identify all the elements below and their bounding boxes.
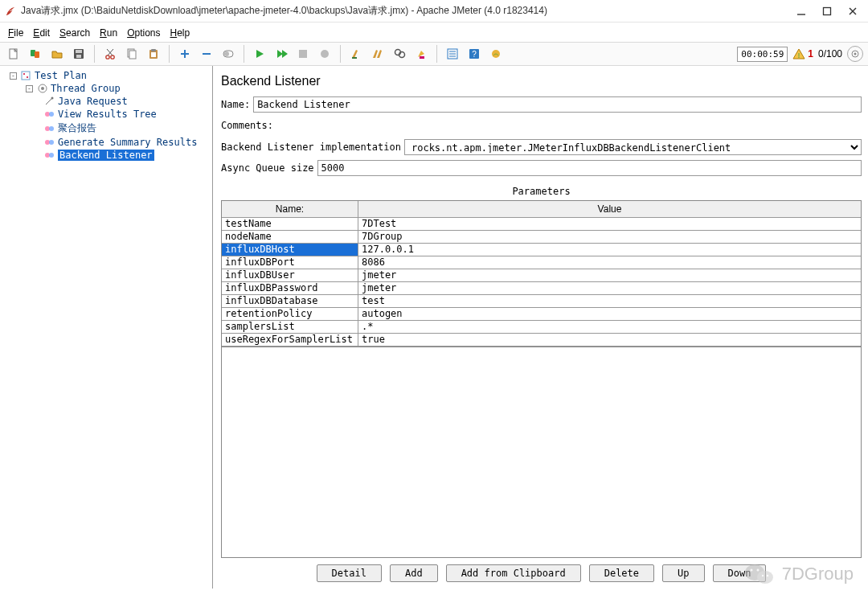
cell-value[interactable]: jmeter xyxy=(358,269,861,281)
menu-file[interactable]: File xyxy=(5,26,27,40)
paste-icon[interactable] xyxy=(145,45,162,63)
table-row[interactable]: influxDBUserjmeter xyxy=(222,269,861,282)
minimize-icon[interactable] xyxy=(796,6,807,17)
cell-name[interactable]: nodeName xyxy=(222,231,358,243)
svg-rect-10 xyxy=(76,55,81,58)
function-helper-icon[interactable] xyxy=(444,45,461,63)
cell-name[interactable]: influxDBUser xyxy=(222,269,358,281)
svg-point-60 xyxy=(757,571,773,584)
help-icon[interactable]: ? xyxy=(465,45,483,63)
detail-button[interactable]: Detail xyxy=(317,564,382,582)
svg-rect-7 xyxy=(35,51,39,58)
cell-value[interactable]: 7DGroup xyxy=(358,231,861,243)
table-empty-area[interactable] xyxy=(221,347,862,558)
toggle-icon[interactable]: - xyxy=(26,85,33,92)
tree-node-backend-listener[interactable]: Backend Listener xyxy=(2,149,211,162)
remote-icon[interactable] xyxy=(487,45,505,63)
comments-input[interactable] xyxy=(276,117,862,133)
cell-value[interactable]: true xyxy=(358,334,861,346)
add-button[interactable]: Add xyxy=(390,564,438,582)
cell-name[interactable]: influxDBHost xyxy=(222,244,358,256)
open-icon[interactable] xyxy=(48,45,66,63)
table-row[interactable]: influxDBPasswordjmeter xyxy=(222,282,861,295)
table-row[interactable]: influxDBHost127.0.0.1 xyxy=(222,244,861,256)
queue-label: Async Queue size xyxy=(221,162,314,174)
toggle-icon[interactable]: - xyxy=(10,72,17,80)
tree-node-thread-group[interactable]: - Thread Group xyxy=(2,82,211,95)
cell-name[interactable]: influxDBDatabase xyxy=(222,295,358,307)
add-from-clipboard-button[interactable]: Add from Clipboard xyxy=(446,564,581,582)
templates-icon[interactable] xyxy=(27,45,44,63)
stop-icon[interactable] xyxy=(294,45,312,63)
wechat-icon xyxy=(743,561,776,587)
cell-value[interactable]: jmeter xyxy=(358,282,861,294)
table-row[interactable]: retentionPolicyautogen xyxy=(222,308,861,321)
watermark-text: 7DGroup xyxy=(782,564,854,585)
svg-marker-25 xyxy=(256,50,264,58)
cut-icon[interactable] xyxy=(101,45,119,63)
svg-rect-1 xyxy=(824,7,831,14)
reset-search-icon[interactable] xyxy=(412,45,430,63)
cell-name[interactable]: samplersList xyxy=(222,321,358,333)
implementation-select[interactable]: rocks.nt.apm.jmeter.JMeterInfluxDBBacken… xyxy=(404,139,862,155)
search-icon[interactable] xyxy=(391,45,408,63)
toolbar: ? 00:00:59 ! 1 0/100 xyxy=(0,42,868,66)
cell-value[interactable]: test xyxy=(358,295,861,307)
cell-name[interactable]: retentionPolicy xyxy=(222,308,358,320)
listener-icon xyxy=(44,109,55,119)
cell-value[interactable]: 7DTest xyxy=(358,218,861,230)
warning-icon[interactable]: ! 1 xyxy=(792,48,813,59)
delete-button[interactable]: Delete xyxy=(589,564,654,582)
menu-options[interactable]: Options xyxy=(124,26,163,40)
cell-value[interactable]: 127.0.0.1 xyxy=(358,244,861,256)
cell-value[interactable]: .* xyxy=(358,321,861,333)
toggle-icon[interactable] xyxy=(219,45,237,63)
tree-node-generate-summary-results[interactable]: Generate Summary Results xyxy=(2,136,211,149)
menu-help[interactable]: Help xyxy=(167,26,194,40)
menu-edit[interactable]: Edit xyxy=(30,26,53,40)
new-file-icon[interactable] xyxy=(5,45,23,63)
col-value: Value xyxy=(358,201,861,218)
clear-icon[interactable] xyxy=(347,45,365,63)
cell-name[interactable]: testName xyxy=(222,218,358,230)
save-icon[interactable] xyxy=(70,45,88,63)
expand-icon[interactable] xyxy=(176,45,194,63)
comments-label: Comments: xyxy=(221,120,273,131)
name-input[interactable] xyxy=(253,96,862,113)
menu-search[interactable]: Search xyxy=(56,26,93,40)
clear-all-icon[interactable] xyxy=(369,45,387,63)
copy-icon[interactable] xyxy=(123,45,141,63)
menu-run[interactable]: Run xyxy=(96,26,121,40)
up-button[interactable]: Up xyxy=(662,564,704,582)
cell-name[interactable]: useRegexForSamplerList xyxy=(222,334,358,346)
table-row[interactable]: influxDBPort8086 xyxy=(222,256,861,269)
cell-value[interactable]: autogen xyxy=(358,308,861,320)
tree-node-view-results-tree[interactable]: View Results Tree xyxy=(2,108,211,121)
cell-name[interactable]: influxDBPort xyxy=(222,256,358,269)
close-icon[interactable] xyxy=(847,6,858,17)
table-row[interactable]: samplersList.* xyxy=(222,321,861,334)
shutdown-icon[interactable] xyxy=(316,45,334,63)
queue-input[interactable] xyxy=(317,160,862,176)
table-row[interactable]: testName7DTest xyxy=(222,218,861,231)
svg-rect-9 xyxy=(76,50,82,53)
maximize-icon[interactable] xyxy=(821,6,833,17)
tree-node-java-request[interactable]: Java Request xyxy=(2,95,211,108)
gear-icon[interactable] xyxy=(847,46,863,62)
parameters-table[interactable]: Name: Value testName7DTestnodeName7DGrou… xyxy=(221,200,862,347)
table-row[interactable]: useRegexForSamplerListtrue xyxy=(222,334,861,347)
window-title: Java请求.jmx (D:\BaiduNetdiskDownload\jmet… xyxy=(21,4,796,18)
cell-name[interactable]: influxDBPassword xyxy=(222,282,358,294)
start-no-pause-icon[interactable] xyxy=(272,45,290,63)
svg-point-56 xyxy=(49,140,54,145)
tree-node-test-plan[interactable]: - Test Plan xyxy=(2,69,211,82)
tree-node-aggregate-report[interactable]: 聚合报告 xyxy=(2,121,211,136)
start-icon[interactable] xyxy=(251,45,268,63)
test-plan-tree[interactable]: - Test Plan - Thread Group Java Request … xyxy=(0,66,213,589)
cell-value[interactable]: 8086 xyxy=(358,256,861,269)
table-row[interactable]: nodeName7DGroup xyxy=(222,231,861,244)
table-row[interactable]: influxDBDatabasetest xyxy=(222,295,861,308)
svg-point-63 xyxy=(762,575,764,576)
collapse-icon[interactable] xyxy=(198,45,215,63)
error-count: 1 xyxy=(808,48,813,59)
